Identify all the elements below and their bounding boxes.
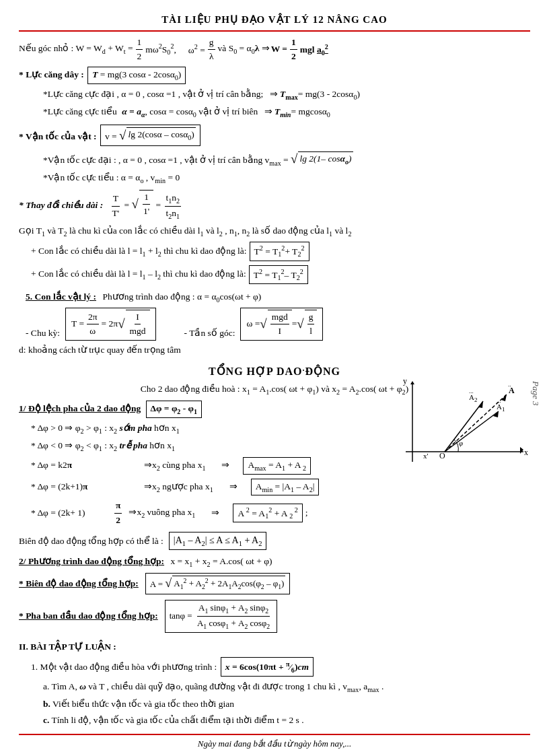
small-angle-section: Nếu góc nhỏ : W = Wd + Wt = 1 2 mω2S02, … bbox=[19, 36, 530, 64]
arrow1: ⇒ Tmax= mg(3 - 2cosα0) bbox=[270, 89, 360, 99]
chieu-dai-section: * Thay đổi chiều dài : T T' = √11' = t1n… bbox=[19, 190, 530, 221]
phuong-trinh-tong-hop-section: 2/ Phương trình dao động tổng hợp: x = x… bbox=[19, 555, 530, 570]
pha-ban-dau-formula: tanφ = A1 sinφ1 + A2 sinφ2 A1 cosφ1 + A2… bbox=[165, 600, 278, 633]
svg-text:φ: φ bbox=[459, 439, 463, 447]
implies1: ⇒x2 cùng pha x1 bbox=[144, 458, 205, 473]
footer-text: Ngày mai đang bắt đầu từ ngày hôm nay,..… bbox=[19, 737, 530, 751]
mgl-alpha: mgl a02 bbox=[300, 41, 328, 57]
frac-1-2b: 1 2 bbox=[290, 36, 297, 64]
van-toc-min-section: *Vận tốc cực tiểu : α = αo , vmin = 0 bbox=[43, 171, 530, 186]
bai1a-text: a. Tìm A, ω và T , chiều dài quỹ đạo, qu… bbox=[43, 681, 383, 691]
omega-formula: ω = √ mgd I = √ g l bbox=[240, 308, 323, 341]
bai1-section: 1. Một vật dao động điều hòa với phương … bbox=[31, 656, 530, 677]
phuong-trinh-text: x = x1 + x2 = A.cos( ωt + φ) bbox=[170, 556, 272, 566]
s0-label: và S0 = α0λ ⇒ bbox=[218, 42, 270, 57]
implies-arrow1: ⇒ bbox=[221, 458, 229, 472]
page-title: TÀI LIỆU PHỤ ĐẠO VẬT LÝ 12 NÂNG CAO bbox=[19, 12, 530, 28]
van-toc-section: * Vận tốc của vật : v = √lg 2(cosα – cos… bbox=[19, 124, 530, 147]
con-lac-vat-ly-header: 5. Con lắc vật lý : Phương trình dao độn… bbox=[26, 291, 261, 302]
svg-line-12 bbox=[445, 411, 499, 452]
luc-cang-formula: T = mg(3 cosα - 2cosα0) bbox=[87, 67, 186, 84]
chieu-dai-formula: T T' = √11' = t1n2 t2n1 bbox=[110, 200, 183, 210]
bai1c-section: c. Tính li độ, vận tốc và gia tốc của ch… bbox=[43, 714, 530, 727]
bien-do-tong-hop-label: * Biên độ dao động tổng hợp: bbox=[19, 577, 139, 590]
2k1pi-label: * Δφ = (2k+1)π bbox=[31, 480, 139, 493]
con-lac-l1-l2-diff-section: + Con lắc có chiều dài là l = l1 – l2 th… bbox=[31, 265, 530, 285]
delta-phi-pos-text: * Δφ > 0 ⇒ φ2 > φ1 : x2 sớm pha hơn x1 bbox=[31, 423, 180, 433]
T-squared-sum: T2 = T12+ T22 bbox=[250, 242, 309, 261]
svg-text:y: y bbox=[403, 376, 407, 386]
van-toc-formula: v = √lg 2(cosα – cosα0) bbox=[100, 125, 200, 146]
pi-over-2: π 2 bbox=[114, 499, 122, 527]
A-vuong-formula: A 2 = A12 + A 2 2 bbox=[233, 504, 302, 522]
luc-cang-label: * Lực căng dây : bbox=[19, 69, 84, 79]
footer-line bbox=[19, 734, 530, 735]
phasor-diagram: x y x' O A ·· A1 ··· A2 ··· φ bbox=[399, 374, 530, 485]
svg-marker-3 bbox=[410, 381, 414, 384]
bien-do-total-text: Biên độ dao động tổng hợp có thể là : bbox=[19, 535, 163, 548]
svg-text:O: O bbox=[439, 451, 445, 460]
top-red-line bbox=[19, 30, 530, 32]
svg-text:··: ·· bbox=[508, 382, 511, 389]
goi-t1t2-section: Gọi T1 và T2 là chu kì của con lắc có ch… bbox=[19, 224, 530, 239]
arrow2: ⇒ Tmin= mgcosα0 bbox=[264, 106, 330, 116]
mw2s2: mω2S02, bbox=[145, 41, 176, 57]
bien-do-formula: A = √ A12 + A22 + 2A1A2cos(φ2 – φ1) bbox=[145, 573, 291, 594]
semicolon: ; bbox=[305, 506, 308, 520]
implies-arrow2: ⇒ bbox=[229, 480, 237, 493]
delta-phi-formula: Δφ = φ2 - φ1 bbox=[146, 401, 203, 418]
svg-marker-9 bbox=[501, 394, 507, 401]
bai1b-text: b. Viết biểu thức vận tốc và gia tốc the… bbox=[43, 699, 234, 709]
bai1-text: 1. Một vật dao động điều hòa với phương … bbox=[31, 662, 217, 672]
svg-text:···: ··· bbox=[497, 399, 501, 405]
bai-tap-header: II. BÀI TẬP TỰ LUẬN : bbox=[19, 642, 116, 652]
frac-1-2: 1 2 bbox=[136, 36, 143, 64]
implies-arrow3: ⇒ bbox=[211, 506, 219, 520]
phuong-trinh-header: 2/ Phương trình dao động tổng hợp: bbox=[19, 556, 164, 566]
vuong-pi2-label: * Δφ = (2k+ 1) bbox=[31, 506, 112, 520]
bai-tap-section: II. BÀI TẬP TỰ LUẬN : bbox=[19, 640, 530, 654]
T-squared-diff: T2 = T12– T22 bbox=[249, 265, 308, 284]
bien-do-tong-hop-section: * Biên độ dao động tổng hợp: A = √ A12 +… bbox=[19, 572, 530, 594]
svg-text:···: ··· bbox=[469, 389, 474, 396]
implies2: ⇒x2 ngược pha x1 bbox=[144, 480, 213, 495]
bai1b-section: b. Viết biểu thức vận tốc và gia tốc the… bbox=[43, 697, 530, 711]
vuong-pha-row: * Δφ = (2k+ 1) π 2 ⇒x2 vuông pha x1 ⇒ A … bbox=[31, 499, 530, 527]
con-lac-plus1: + Con lắc có chiều dài là l = l1 + l2 th… bbox=[31, 244, 247, 259]
luc-cang-min-section: *Lực căng cực tiểu α = aα, cosα = cosα0 … bbox=[43, 105, 530, 120]
luc-cang-max-section: *Lực căng cực đại , α = 0 , cosα =1 , vậ… bbox=[43, 88, 530, 102]
svg-line-16 bbox=[445, 401, 483, 452]
pha-ban-dau-section: * Pha ban đầu dao động tổng hợp: tanφ = … bbox=[19, 599, 530, 633]
van-toc-label: * Vận tốc của vật : bbox=[19, 131, 97, 141]
W-result: W = bbox=[271, 42, 287, 56]
van-toc-max-section: *Vận tốc cực đại : , α = 0 , cosα =1 , v… bbox=[43, 149, 530, 168]
luc-cang-max-text: *Lực căng cực đại , α = 0 , cosα =1 , vậ… bbox=[43, 89, 263, 99]
van-toc-min-text: *Vận tốc cực tiểu : α = αo , vmin = 0 bbox=[43, 172, 180, 182]
implies3: ⇒x2 vuông pha x1 bbox=[129, 506, 195, 520]
page: TÀI LIỆU PHỤ ĐẠO VẬT LÝ 12 NÂNG CAO Nếu … bbox=[0, 0, 549, 756]
d-explanation: d: khoảng cách từ trục quay đến trọng tâ… bbox=[19, 345, 181, 355]
bai1-formula: x = 6cos(10πt + π⁄6)cm bbox=[221, 657, 314, 676]
bien-do-range-formula: |A1 – A2| ≤ A ≤ A1 + A2 bbox=[169, 532, 267, 551]
dao-dong-intro-text: Cho 2 dao động điều hoà : x1 = A1.cos( ω… bbox=[141, 384, 408, 394]
chu-ky-label: - Chu kỳ: bbox=[26, 327, 60, 340]
frac-g-lambda: g λ bbox=[208, 36, 215, 64]
bai1a-section: a. Tìm A, ω và T , chiều dài quỹ đạo, qu… bbox=[43, 680, 530, 695]
Amin-formula: Amin = |A1 – A2| bbox=[251, 479, 320, 496]
bien-do-total-section: Biên độ dao động tổng hợp có thể là : |A… bbox=[19, 531, 530, 551]
svg-marker-17 bbox=[478, 401, 483, 408]
vmax-sqrt: √ lg 2(1– cosαo) bbox=[291, 149, 353, 168]
Amax-formula: Amax = A1 + A 2 bbox=[243, 457, 311, 475]
tan-so-goc-label: - Tần số góc: bbox=[184, 327, 235, 340]
luc-cang-section: * Lực căng dây : T = mg(3 cosα - 2cosα0) bbox=[19, 66, 530, 85]
page-number: Page 3 bbox=[529, 381, 543, 405]
con-lac-vat-ly-section: 5. Con lắc vật lý : Phương trình dao độn… bbox=[19, 290, 530, 305]
bai1c-text: c. Tính li độ, vận tốc và gia tốc của ch… bbox=[43, 715, 304, 725]
goi-t1t2-text: Gọi T1 và T2 là chu kì của con lắc có ch… bbox=[19, 226, 351, 236]
con-lac-plus2: + Con lắc có chiều dài là l = l1 – l2 th… bbox=[31, 267, 246, 282]
chu-ky-row: - Chu kỳ: T = 2π ω = 2π √ I mgd - Tần số… bbox=[19, 308, 530, 341]
chieu-dai-label: * Thay đổi chiều dài : bbox=[19, 200, 103, 210]
k2pi-label: * Δφ = k2π bbox=[31, 458, 139, 472]
svg-marker-2 bbox=[520, 447, 523, 454]
svg-text:x': x' bbox=[423, 452, 429, 460]
